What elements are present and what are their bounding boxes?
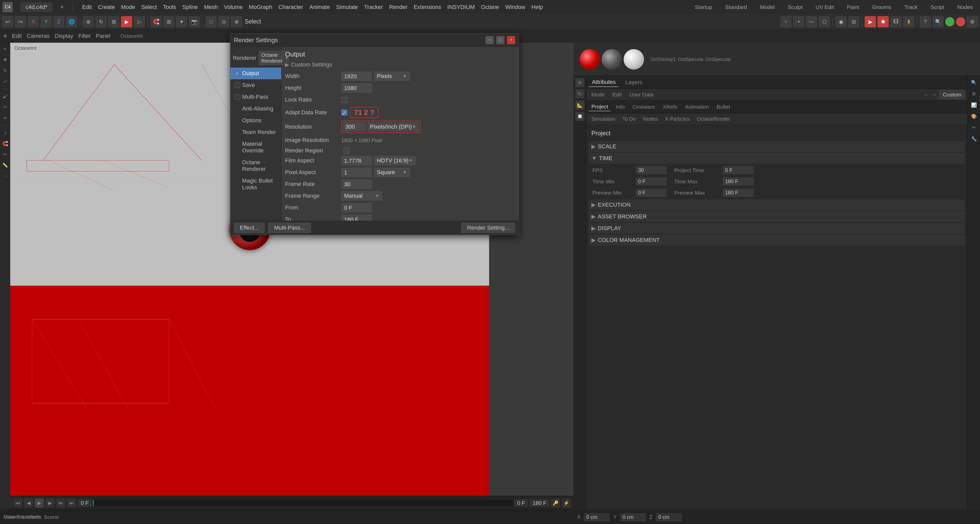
grid-btn[interactable]: ⊞ xyxy=(163,16,174,27)
attr-userdata-btn[interactable]: User Data xyxy=(627,91,656,99)
menu-animate[interactable]: Animate xyxy=(309,4,330,11)
nav-antialiasing[interactable]: Anti-Aliasing xyxy=(231,103,281,115)
view-menu[interactable]: Edit xyxy=(12,33,22,39)
ws-tab-nodes[interactable]: Nodes xyxy=(953,3,977,11)
tl-auto-btn[interactable]: ⚡ xyxy=(562,499,571,508)
anim-btn[interactable]: 🎞 xyxy=(890,16,902,27)
tab-bullet[interactable]: Bullet xyxy=(714,103,733,111)
render-region-checkbox[interactable] xyxy=(344,148,350,154)
sidebar-select[interactable]: ↖ xyxy=(1,45,10,53)
close-tab-btn[interactable]: × xyxy=(60,4,64,11)
tl-next-key[interactable]: ⏭ xyxy=(56,499,65,508)
film-aspect-unit-select[interactable]: HDTV (16:9) ▼ xyxy=(374,156,416,165)
ws-tab-track[interactable]: Track xyxy=(900,3,922,11)
frame-range-select[interactable]: Manual ▼ xyxy=(341,191,382,201)
sidebar-bridge[interactable]: ∞ xyxy=(1,113,10,122)
time-min-input[interactable] xyxy=(636,177,667,185)
render-setting-btn[interactable]: Render Setting... xyxy=(461,223,515,233)
y-input[interactable] xyxy=(620,513,646,521)
menu-tools[interactable]: Tools xyxy=(163,4,176,11)
attr-custom-btn[interactable]: Custom xyxy=(940,90,965,99)
render2-btn[interactable]: ▷ xyxy=(134,16,145,27)
snap-btn[interactable]: 🧲 xyxy=(150,16,162,27)
sidebar-knife[interactable]: ✂ xyxy=(1,103,10,111)
dialog-maximize[interactable]: □ xyxy=(496,36,504,44)
subtab-todo[interactable]: To Do xyxy=(620,115,638,123)
menu-mograph[interactable]: MoGraph xyxy=(249,4,272,11)
scale-tool[interactable]: ⊞ xyxy=(108,16,119,27)
attr-back-btn[interactable]: ← xyxy=(924,92,929,98)
menu-edit[interactable]: Edit xyxy=(82,4,92,11)
attr-tab-layers[interactable]: Layers xyxy=(622,78,645,87)
tool-z[interactable]: Z xyxy=(53,16,64,27)
search-icon[interactable]: 🔍 xyxy=(932,16,944,27)
ws-tab-sculpt[interactable]: Sculpt xyxy=(783,3,807,11)
ws-tab-uvedit[interactable]: UV Edit xyxy=(811,3,838,11)
play-btn[interactable]: ▶ xyxy=(865,16,876,27)
effect-btn[interactable]: Effect... xyxy=(234,223,265,233)
tab-info[interactable]: Info xyxy=(613,103,627,111)
tl-frame-max[interactable]: 180 F xyxy=(530,499,549,507)
resolution-unit-select[interactable]: Pixels/Inch (DPI) ▼ xyxy=(368,122,419,131)
menu-render[interactable]: Render xyxy=(389,4,407,11)
subtab-nodes[interactable]: Nodes xyxy=(641,115,660,123)
sidebar-rotate[interactable]: ↻ xyxy=(1,66,10,75)
menu-extensions[interactable]: Extensions xyxy=(414,4,441,11)
project-time-input[interactable] xyxy=(723,166,754,174)
nav-options[interactable]: Options xyxy=(231,115,281,126)
right-icon-5[interactable]: ✏ xyxy=(969,123,978,132)
attr-icon-4[interactable]: 🔲 xyxy=(575,112,584,121)
nav-multipass[interactable]: Multi-Pass xyxy=(231,91,281,103)
time-header[interactable]: ▼ TIME xyxy=(589,153,965,164)
sidebar-magnet[interactable]: 🧲 xyxy=(1,139,10,148)
menu-simulate[interactable]: Simulate xyxy=(336,4,358,11)
redo-btn[interactable]: ↪ xyxy=(15,16,26,27)
sidebar-pen[interactable]: ✏ xyxy=(1,150,10,159)
menu-volume[interactable]: Volume xyxy=(224,4,243,11)
subtab-simulation[interactable]: Simulation xyxy=(589,115,618,123)
cam-btn[interactable]: 📷 xyxy=(189,16,200,27)
film-aspect-input[interactable]: 1.7778 xyxy=(341,156,372,165)
tl-next[interactable]: ▶ xyxy=(46,499,55,508)
pixel-aspect-unit-select[interactable]: Square ▼ xyxy=(374,168,410,177)
attr-mode-btn[interactable]: Mode xyxy=(589,91,608,99)
preview-min-input[interactable] xyxy=(636,189,667,197)
cameras-menu[interactable]: Cameras xyxy=(27,33,49,39)
color-management-header[interactable]: ▶ COLOR MANAGEMENT xyxy=(589,235,965,245)
octane-ball[interactable] xyxy=(956,17,965,26)
right-icon-4[interactable]: 🎨 xyxy=(969,112,978,121)
lock-ratio-checkbox[interactable] xyxy=(341,97,347,103)
tab-animation[interactable]: Animation xyxy=(682,103,711,111)
multipass-btn[interactable]: Multi-Pass... xyxy=(268,223,311,233)
preview-ball-red[interactable] xyxy=(580,49,600,70)
resolution-input[interactable]: 300 xyxy=(343,122,366,131)
to-input[interactable]: 180 F xyxy=(341,215,372,221)
dialog-close[interactable]: × xyxy=(507,36,515,44)
execution-header[interactable]: ▶ EXECUTION xyxy=(589,199,965,210)
mode-menu-btn[interactable]: ≡ xyxy=(3,33,7,39)
ws-tab-startup[interactable]: Startup xyxy=(690,3,717,11)
subtab-xparticles[interactable]: X-Particles xyxy=(662,115,692,123)
pixel-aspect-input[interactable]: 1 xyxy=(341,168,372,177)
adapt-data-checkbox[interactable]: ✓ xyxy=(341,110,347,116)
width-input[interactable]: 1920 xyxy=(341,72,372,81)
select-mode[interactable]: □ xyxy=(205,16,216,27)
timeline-track[interactable] xyxy=(93,500,512,506)
tool-x[interactable]: X xyxy=(28,16,39,27)
preview-max-input[interactable] xyxy=(723,189,754,197)
brush-mode[interactable]: ⊛ xyxy=(231,16,242,27)
right-icon-3[interactable]: 📊 xyxy=(969,100,978,110)
green-ball[interactable] xyxy=(945,17,955,26)
sym-btn[interactable]: ⊟ xyxy=(848,16,859,27)
x-input[interactable] xyxy=(584,513,609,521)
assetbrowser-header[interactable]: ▶ ASSET BROWSER xyxy=(589,211,965,222)
time-max-input[interactable] xyxy=(723,177,754,185)
char-btn[interactable]: 🧍 xyxy=(903,16,914,27)
world-tool[interactable]: 🌐 xyxy=(66,16,77,27)
obj-mode[interactable]: ○ xyxy=(780,16,792,27)
ws-tab-paint[interactable]: Paint xyxy=(842,3,864,11)
attr-icon-3[interactable]: 📐 xyxy=(575,100,584,110)
right-icon-1[interactable]: 🔍 xyxy=(969,78,978,87)
lasso-mode[interactable]: ⊙ xyxy=(218,16,229,27)
z-input[interactable] xyxy=(656,513,682,521)
